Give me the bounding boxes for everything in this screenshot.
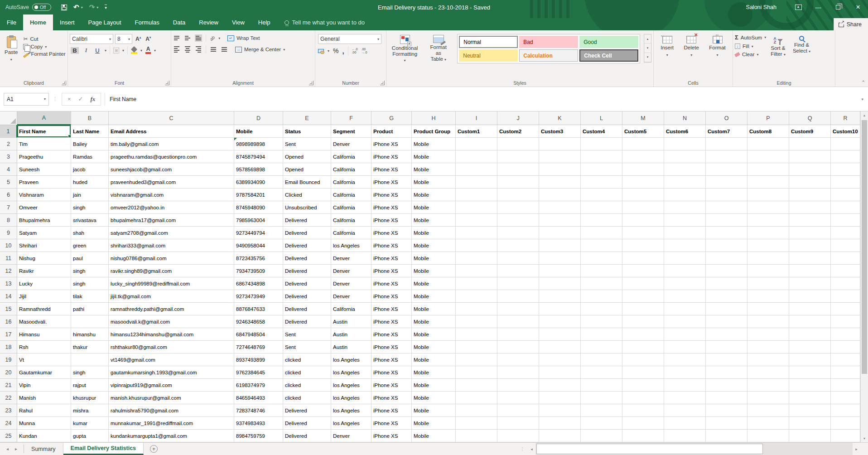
cell-C22[interactable]: manish.khusrupur@gmail.com <box>109 392 234 404</box>
cell-F10[interactable]: los Angeles <box>331 239 371 252</box>
cell-P14[interactable] <box>747 290 789 303</box>
cell-M20[interactable] <box>622 366 664 379</box>
cell-R8[interactable] <box>831 214 860 227</box>
column-header-P[interactable]: P <box>747 111 789 125</box>
horizontal-scroll-thumb[interactable] <box>536 444 763 454</box>
cell-M4[interactable] <box>622 163 664 176</box>
prev-sheet-icon[interactable]: ◂ <box>6 446 9 451</box>
cell-O4[interactable] <box>706 163 747 176</box>
column-header-H[interactable]: H <box>412 111 456 125</box>
cell-L22[interactable] <box>581 392 622 404</box>
cell-D18[interactable]: 7274648769 <box>234 341 283 353</box>
cell-O7[interactable] <box>706 201 747 214</box>
cell-G9[interactable]: iPhone XS <box>371 227 412 239</box>
cell-M19[interactable] <box>622 353 664 366</box>
style-normal[interactable]: Normal <box>459 36 518 48</box>
orientation-dropdown-icon[interactable]: ▾ <box>218 36 220 40</box>
cell-C17[interactable]: himansu1234himanshu@gmail.com <box>109 328 234 341</box>
cell-K16[interactable] <box>539 315 581 328</box>
cell-L12[interactable] <box>581 265 622 277</box>
next-sheet-icon[interactable]: ▸ <box>15 446 17 451</box>
cell-G14[interactable]: iPhone XS <box>371 290 412 303</box>
cell-O18[interactable] <box>706 341 747 353</box>
cell-H9[interactable]: Mobile <box>412 227 456 239</box>
cell-H2[interactable]: Mobile <box>412 138 456 150</box>
cell-J11[interactable] <box>497 252 539 265</box>
cell-E7[interactable]: Unsubscribed <box>283 201 331 214</box>
cell-G8[interactable]: iPhone XS <box>371 214 412 227</box>
formula-input[interactable]: First Name <box>105 93 861 106</box>
cell-A15[interactable]: Ramnathredd <box>17 303 71 315</box>
cell-G21[interactable]: iPhone XS <box>371 379 412 392</box>
cell-P15[interactable] <box>747 303 789 315</box>
format-as-table-button[interactable]: Format asTable ▾ <box>424 33 453 64</box>
style-neutral[interactable]: Neutral <box>459 49 518 62</box>
column-header-G[interactable]: G <box>371 111 412 125</box>
cell-C25[interactable]: kundankumargupta1@gmail.com <box>109 430 234 442</box>
cell-R5[interactable] <box>831 176 860 189</box>
cell-H19[interactable]: Mobile <box>412 353 456 366</box>
cell-A19[interactable]: Vt <box>17 353 71 366</box>
cell-L19[interactable] <box>581 353 622 366</box>
add-sheet-button[interactable]: + <box>150 445 158 453</box>
cell-B23[interactable]: mishra <box>71 404 109 417</box>
cell-P1[interactable]: Custom8 <box>747 125 789 138</box>
cell-F21[interactable]: los Angeles <box>331 379 371 392</box>
cell-L17[interactable] <box>581 328 622 341</box>
cell-Q12[interactable] <box>789 265 831 277</box>
cell-I25[interactable] <box>456 430 497 442</box>
column-header-K[interactable]: K <box>539 111 581 125</box>
find-select-button[interactable]: Find &Select ▾ <box>790 34 813 56</box>
cell-K8[interactable] <box>539 214 581 227</box>
cell-N14[interactable] <box>664 290 706 303</box>
cell-M1[interactable]: Custom5 <box>622 125 664 138</box>
cell-B13[interactable]: singh <box>71 277 109 290</box>
cell-G16[interactable]: iPhone XS <box>371 315 412 328</box>
cell-P13[interactable] <box>747 277 789 290</box>
align-center-button[interactable] <box>184 45 191 54</box>
fill-button[interactable]: ↓Fill ▾ <box>735 44 766 49</box>
cell-M8[interactable] <box>622 214 664 227</box>
cell-L3[interactable] <box>581 150 622 163</box>
cell-D15[interactable]: 8876847633 <box>234 303 283 315</box>
cell-G1[interactable]: Product <box>371 125 412 138</box>
column-header-J[interactable]: J <box>497 111 539 125</box>
cell-P7[interactable] <box>747 201 789 214</box>
cell-L1[interactable]: Custom4 <box>581 125 622 138</box>
row-header-4[interactable]: 4 <box>0 163 17 176</box>
clipboard-dialog-launcher-icon[interactable] <box>62 81 66 85</box>
cell-B25[interactable]: gupta <box>71 430 109 442</box>
enter-check-icon[interactable]: ✓ <box>78 96 83 102</box>
column-header-B[interactable]: B <box>71 111 109 125</box>
cell-K20[interactable] <box>539 366 581 379</box>
cell-O6[interactable] <box>706 189 747 201</box>
cell-D17[interactable]: 6847948504 <box>234 328 283 341</box>
cell-E17[interactable]: Sent <box>283 328 331 341</box>
cell-C2[interactable]: tim.baily@gmail.com <box>109 138 234 150</box>
cell-H6[interactable]: Mobile <box>412 189 456 201</box>
tab-help[interactable]: Help <box>251 15 277 30</box>
cell-C11[interactable]: nishug0786@gmail.com <box>109 252 234 265</box>
cell-Q17[interactable] <box>789 328 831 341</box>
tab-data[interactable]: Data <box>166 15 192 30</box>
cell-A6[interactable]: Vishnaram <box>17 189 71 201</box>
cell-K15[interactable] <box>539 303 581 315</box>
cell-E12[interactable]: Delivered <box>283 265 331 277</box>
paste-button[interactable]: Paste ▾ <box>2 33 20 64</box>
cell-D19[interactable]: 8937493899 <box>234 353 283 366</box>
tab-home[interactable]: Home <box>23 15 53 30</box>
horizontal-scroll-track[interactable] <box>535 443 853 455</box>
cell-L7[interactable] <box>581 201 622 214</box>
cell-A16[interactable]: Masoodvali. <box>17 315 71 328</box>
cell-R10[interactable] <box>831 239 860 252</box>
cell-K18[interactable] <box>539 341 581 353</box>
cell-M17[interactable] <box>622 328 664 341</box>
cell-O15[interactable] <box>706 303 747 315</box>
cell-I23[interactable] <box>456 404 497 417</box>
cell-F6[interactable]: California <box>331 189 371 201</box>
cell-P5[interactable] <box>747 176 789 189</box>
cell-G3[interactable]: iPhone XS <box>371 150 412 163</box>
style-calculation[interactable]: Calculation <box>519 49 578 62</box>
cell-I8[interactable] <box>456 214 497 227</box>
row-header-19[interactable]: 19 <box>0 353 17 366</box>
